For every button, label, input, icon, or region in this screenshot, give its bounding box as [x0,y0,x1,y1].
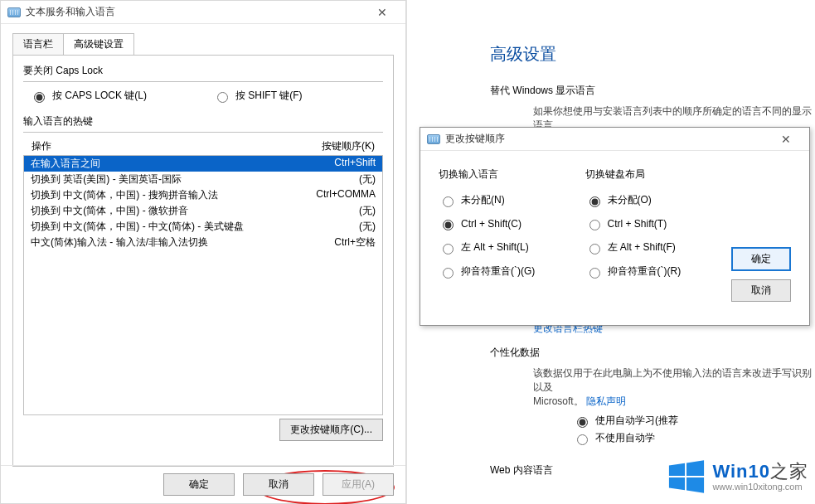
cancel-button[interactable]: 取消 [243,473,314,496]
switch-kb-layout-group: 切换键盘布局 未分配(O) Ctrl + Shift(T) 左 Alt + Sh… [585,167,724,302]
dialog1-button-bar: 确定 取消 应用(A) [1,465,405,503]
input-lang-altshift[interactable]: 左 Alt + Shift(L) [439,235,577,259]
capslock-group-label: 要关闭 Caps Lock [23,64,383,78]
apply-button[interactable]: 应用(A) [323,473,394,496]
watermark-brand: Win10之家 [712,462,808,482]
switch-input-lang-group: 切换输入语言 未分配(N) Ctrl + Shift(C) 左 Alt + Sh… [439,167,577,302]
dialog2-cancel-button[interactable]: 取消 [731,279,791,302]
dialog2-ok-button[interactable]: 确定 [731,247,791,271]
col-action: 操作 [32,139,51,153]
switch-kb-layout-title: 切换键盘布局 [585,167,724,182]
privacy-link[interactable]: 隐私声明 [586,395,626,407]
text-services-dialog: 文本服务和输入语言 ✕ 语言栏 高级键设置 要关闭 Caps Lock 按 CA… [0,0,406,504]
list-item[interactable]: 在输入语言之间Ctrl+Shift [24,156,382,172]
switch-input-lang-title: 切换输入语言 [439,167,577,182]
input-lang-grave[interactable]: 抑音符重音(`)(G) [439,259,577,284]
kb-layout-altshift[interactable]: 左 Alt + Shift(F) [585,235,724,259]
col-seq: 按键顺序(K) [322,139,375,153]
section-personal-text: 该数据仅用于在此电脑上为不使用输入法的语言来改进手写识别以及 Microsoft… [490,366,815,409]
input-lang-ctrlshift[interactable]: Ctrl + Shift(C) [439,212,577,235]
change-key-sequence-button[interactable]: 更改按键顺序(C)... [279,419,383,441]
list-item[interactable]: 切换到 英语(美国) - 美国英语-国际(无) [24,172,382,187]
input-lang-none[interactable]: 未分配(N) [439,188,577,212]
kb-layout-ctrlshift[interactable]: Ctrl + Shift(T) [585,212,724,235]
watermark-url: www.win10xitong.com [712,482,808,492]
tab-language-bar[interactable]: 语言栏 [12,33,64,56]
hotkey-list[interactable]: 在输入语言之间Ctrl+Shift 切换到 英语(美国) - 美国英语-国际(无… [23,155,383,415]
section-personal-title: 个性化数据 [490,346,815,360]
section-override-title: 替代 Windows 显示语言 [490,84,815,98]
list-item[interactable]: 切换到 中文(简体，中国) - 搜狗拼音输入法Ctrl+COMMA [24,187,382,203]
dialog2-titlebar: 更改按键顺序 ✕ [420,128,809,151]
change-key-sequence-dialog: 更改按键顺序 ✕ 切换输入语言 未分配(N) Ctrl + Shift(C) 左… [420,127,810,326]
svg-marker-0 [669,463,685,476]
auto-learn-off[interactable]: 不使用自动学 [573,429,815,447]
hotkeys-group-label: 输入语言的热键 [23,114,383,128]
svg-marker-1 [686,460,704,476]
tab-panel: 要关闭 Caps Lock 按 CAPS LOCK 键(L) 按 SHIFT 键… [12,55,394,467]
dialog2-close-button[interactable]: ✕ [769,129,803,149]
capslock-opt-capslock[interactable]: 按 CAPS LOCK 键(L) [30,89,147,103]
kb-layout-grave[interactable]: 抑音符重音(`)(R) [585,259,724,284]
dialog2-title: 更改按键顺序 [445,132,505,146]
dialog1-titlebar: 文本服务和输入语言 ✕ [1,1,405,24]
list-item[interactable]: 切换到 中文(简体，中国) - 中文(简体) - 美式键盘(无) [24,219,382,235]
keyboard-icon [7,7,21,17]
auto-learn-on[interactable]: 使用自动学习(推荐 [573,412,815,429]
dialog1-title: 文本服务和输入语言 [26,5,115,19]
svg-marker-3 [686,477,704,493]
dialog1-close-button[interactable]: ✕ [366,2,399,22]
tab-advanced-key[interactable]: 高级键设置 [63,33,134,56]
tabstrip: 语言栏 高级键设置 [1,24,405,55]
keyboard-icon [427,134,440,144]
list-item[interactable]: 中文(简体)输入法 - 输入法/非输入法切换Ctrl+空格 [24,235,382,250]
svg-marker-2 [669,477,685,490]
kb-layout-none[interactable]: 未分配(O) [585,188,724,212]
list-item[interactable]: 切换到 中文(简体，中国) - 微软拼音(无) [24,203,382,219]
settings-heading: 高级设置 [490,43,815,65]
watermark: Win10之家 www.win10xitong.com [667,458,808,496]
windows-logo-icon [667,458,706,496]
capslock-opt-shift[interactable]: 按 SHIFT 键(F) [213,89,302,103]
ok-button[interactable]: 确定 [163,473,235,496]
